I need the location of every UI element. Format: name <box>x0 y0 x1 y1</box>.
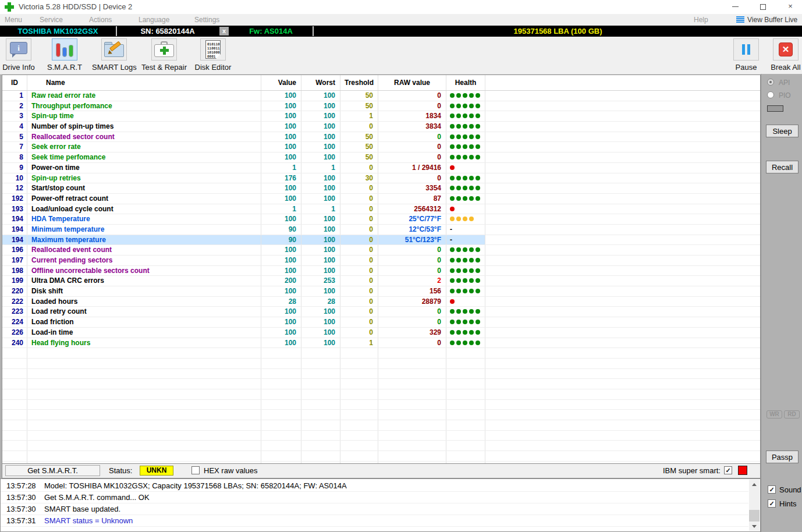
view-buffer-live-button[interactable]: View Buffer Live <box>747 14 797 26</box>
table-row-empty <box>2 379 760 389</box>
log-scrollbar[interactable] <box>749 480 760 531</box>
ibm-super-smart-label: IBM super smart: <box>663 466 721 475</box>
column-header-treshold[interactable]: Treshold <box>340 75 378 90</box>
table-row[interactable]: 7Seek error rate100100500 <box>2 142 760 152</box>
health-indicator <box>446 307 485 317</box>
column-header-health[interactable]: Health <box>446 75 485 90</box>
table-row[interactable]: 5Reallocated sector count100100500 <box>2 132 760 143</box>
smart-label: S.M.A.R.T <box>47 63 83 72</box>
close-button[interactable]: × <box>782 0 799 14</box>
table-row[interactable]: 197Current pending sectors10010000 <box>2 256 760 266</box>
menu-item-settings[interactable]: Settings <box>194 14 219 26</box>
device-info-bar: TOSHIBA MK1032GSX SN: 65820144A x Fw: AS… <box>0 26 802 37</box>
table-row[interactable]: 220Disk shift1001000156 <box>2 286 760 297</box>
table-row[interactable]: 223Load retry count10010000 <box>2 307 760 317</box>
binary-document-icon: 0101101100111010000001 <box>205 40 221 59</box>
title-bar: Victoria 5.28 HDD/SSD | Device 2 × <box>0 0 802 14</box>
disk-editor-button[interactable]: 0101101100111010000001 <box>200 38 226 61</box>
table-row[interactable]: 226Load-in time1001000329 <box>2 328 760 338</box>
pio-radio[interactable] <box>767 91 774 98</box>
break-all-button[interactable]: ✕ <box>773 38 799 61</box>
scroll-down-arrow-icon[interactable] <box>749 522 760 531</box>
column-header-worst[interactable]: Worst <box>301 75 340 90</box>
side-panel: API PIO Sleep Recall WR RD Passp Sound H… <box>761 74 802 532</box>
menu-item-actions[interactable]: Actions <box>89 14 112 26</box>
table-row[interactable]: 8Seek time perfomance100100500 <box>2 152 760 163</box>
smart-logs-button[interactable] <box>101 38 127 61</box>
health-indicator <box>446 317 485 327</box>
toolbar: i Drive Info S.M.A.R.T SMART Logs Test &… <box>0 37 802 75</box>
ibm-super-smart-checkbox[interactable] <box>724 466 732 474</box>
health-indicator <box>446 91 485 101</box>
scroll-up-arrow-icon[interactable] <box>749 480 760 489</box>
smart-status-bar: Get S.M.A.R.T. Status: UNKN HEX raw valu… <box>2 464 761 478</box>
table-row[interactable]: 193Load/unload cycle count1102564312 <box>2 204 760 215</box>
ibm-smart-indicator <box>738 466 747 475</box>
minimize-button[interactable] <box>726 0 744 14</box>
table-row-empty <box>2 348 760 359</box>
column-header-raw[interactable]: RAW value <box>378 75 446 90</box>
log-entry: 13:57:31SMART status = Unknown <box>1 515 748 527</box>
sound-checkbox[interactable] <box>768 485 776 494</box>
menu-bar: Menu Service Actions Language Settings H… <box>0 14 802 26</box>
menu-item-help[interactable]: Help <box>694 14 708 26</box>
table-row[interactable]: 199Ultra DMA CRC errors20025302 <box>2 276 760 286</box>
health-indicator <box>446 132 485 142</box>
table-row[interactable]: 4Number of spin-up times10010003834 <box>2 122 760 132</box>
table-header: ID Name Value Worst Treshold RAW value H… <box>2 75 760 91</box>
menu-item-language[interactable]: Language <box>139 14 169 26</box>
hex-raw-values-checkbox[interactable] <box>191 466 200 474</box>
table-row[interactable]: 2Throughput perfomance100100500 <box>2 101 760 112</box>
health-indicator <box>446 328 485 338</box>
health-indicator <box>446 245 485 255</box>
column-header-id[interactable]: ID <box>2 75 27 90</box>
recall-button[interactable]: Recall <box>766 161 799 173</box>
wr-button[interactable]: WR <box>766 410 782 418</box>
drive-info-label: Drive Info <box>1 63 37 72</box>
health-indicator <box>446 152 485 162</box>
log-entry: 13:57:30SMART base updated. <box>1 503 748 515</box>
passp-button[interactable]: Passp <box>766 451 799 463</box>
column-header-value[interactable]: Value <box>261 75 301 90</box>
log-panel: 13:57:28Model: TOSHIBA MK1032GSX; Capaci… <box>0 478 761 532</box>
get-smart-button[interactable]: Get S.M.A.R.T. <box>5 465 100 476</box>
table-row[interactable]: 9Power-on time1101 / 29416 <box>2 163 760 173</box>
sleep-button[interactable]: Sleep <box>766 125 799 137</box>
menu-item-menu[interactable]: Menu <box>5 14 22 26</box>
api-radio[interactable] <box>767 79 774 86</box>
table-row[interactable]: 12Start/stop count10010003354 <box>2 183 760 194</box>
smart-table: ID Name Value Worst Treshold RAW value H… <box>2 75 761 464</box>
health-indicator <box>446 266 485 276</box>
table-row[interactable]: 222Loaded hours2828028879 <box>2 297 760 307</box>
table-row[interactable]: 3Spin-up time10010011834 <box>2 111 760 122</box>
table-row[interactable]: 192Power-off retract count100100087 <box>2 194 760 204</box>
smart-button[interactable] <box>52 38 77 61</box>
maximize-button[interactable] <box>754 0 772 14</box>
table-row-empty <box>2 420 760 431</box>
drive-info-button[interactable]: i <box>6 38 31 61</box>
table-row[interactable]: 196Reallocated event count10010000 <box>2 245 760 256</box>
health-indicator <box>446 101 485 111</box>
health-indicator <box>446 111 485 121</box>
device-close-button[interactable]: x <box>219 27 229 36</box>
test-repair-button[interactable] <box>151 38 177 61</box>
rd-button[interactable]: RD <box>784 410 800 418</box>
table-row[interactable]: 224Load friction10010000 <box>2 317 760 328</box>
hints-checkbox[interactable] <box>768 499 776 508</box>
device-serial: SN: 65820144A <box>117 26 218 37</box>
pause-button[interactable] <box>733 38 759 61</box>
table-row[interactable]: 194Minimum temperature90100012°C/53°F- <box>2 225 760 235</box>
menu-item-service[interactable]: Service <box>40 14 63 26</box>
table-row[interactable]: 10Spin-up retries176100300 <box>2 173 760 184</box>
table-row[interactable]: 198Offline uncorrectable sectors count10… <box>2 266 760 276</box>
health-indicator <box>446 338 485 348</box>
table-row[interactable]: 194Maximum temperature90100051°C/123°F- <box>2 235 760 246</box>
table-row[interactable]: 1Raw read error rate100100500 <box>2 91 760 101</box>
table-row[interactable]: 194HDA Temperature100100025°C/77°F <box>2 214 760 225</box>
table-row-empty <box>2 359 760 369</box>
device-model: TOSHIBA MK1032GSX <box>0 26 116 37</box>
health-indicator <box>446 142 485 152</box>
log-entry: 13:57:30Get S.M.A.R.T. command... OK <box>1 492 748 503</box>
column-header-name[interactable]: Name <box>27 75 261 90</box>
table-row[interactable]: 240Head flying hours10010010 <box>2 338 760 349</box>
